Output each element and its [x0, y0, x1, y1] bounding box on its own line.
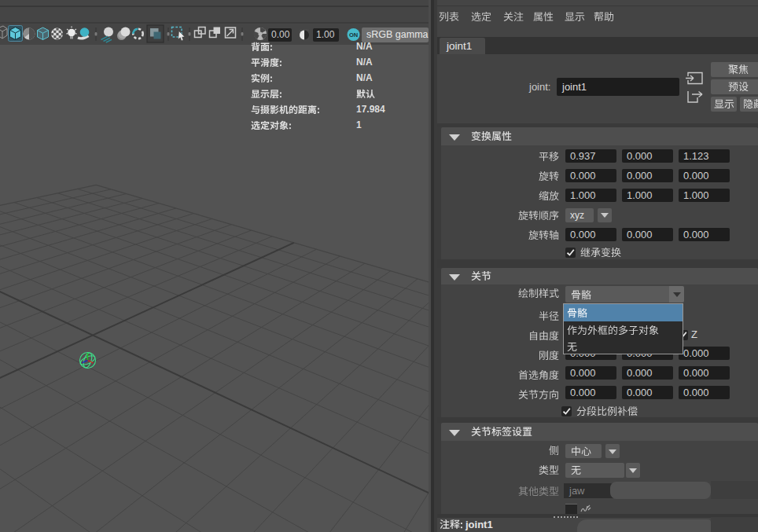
svg-text:ON: ON	[349, 31, 358, 39]
